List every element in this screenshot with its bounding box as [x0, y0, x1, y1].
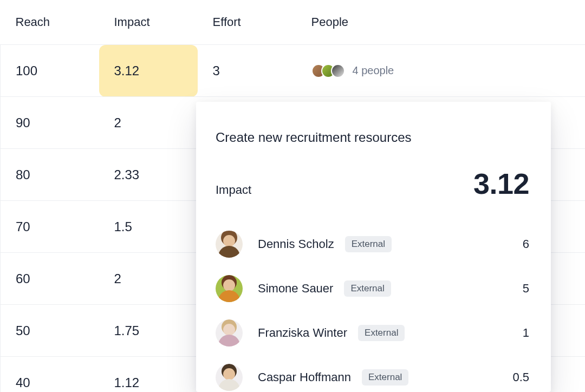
cell-reach[interactable]: 70 [1, 201, 99, 253]
cell-impact[interactable]: 3.12 [99, 45, 198, 97]
cell-reach[interactable]: 40 [1, 357, 99, 393]
people-count-label: 4 people [353, 64, 394, 77]
external-badge: External [344, 280, 391, 297]
person-score: 5 [523, 282, 529, 296]
person-row[interactable]: Franziska Winter External 1 [216, 311, 529, 355]
cell-reach[interactable]: 80 [1, 149, 99, 201]
external-badge: External [345, 236, 392, 252]
person-row[interactable]: Caspar Hoffmann External 0.5 [216, 355, 529, 392]
avatar-stack [311, 64, 345, 78]
table-row[interactable]: 100 3.12 3 4 people [1, 45, 586, 97]
column-header-impact[interactable]: Impact [99, 0, 198, 45]
cell-impact[interactable]: 1.12 [99, 357, 198, 393]
cell-impact[interactable]: 2 [99, 97, 198, 149]
person-name: Franziska Winter [258, 326, 347, 340]
external-badge: External [362, 369, 408, 386]
impact-detail-popover: Create new recruitment resources Impact … [196, 102, 551, 392]
cell-reach[interactable]: 100 [1, 45, 99, 97]
person-row[interactable]: Simone Sauer External 5 [216, 266, 529, 311]
person-name: Dennis Scholz [258, 237, 334, 251]
avatar-icon [331, 64, 345, 78]
column-header-effort[interactable]: Effort [198, 0, 296, 45]
cell-impact[interactable]: 1.75 [99, 305, 198, 357]
external-badge: External [358, 325, 405, 341]
popover-title: Create new recruitment resources [216, 130, 529, 145]
cell-effort[interactable]: 3 [198, 45, 296, 97]
cell-people[interactable]: 4 people [296, 45, 586, 97]
popover-metric: Impact 3.12 [216, 167, 529, 200]
person-name: Caspar Hoffmann [258, 370, 351, 384]
metric-label: Impact [216, 183, 251, 197]
column-header-reach[interactable]: Reach [1, 0, 99, 45]
person-score: 6 [523, 237, 529, 251]
cell-impact[interactable]: 1.5 [99, 201, 198, 253]
cell-impact[interactable]: 2.33 [99, 149, 198, 201]
person-name: Simone Sauer [258, 282, 333, 296]
table-header-row: Reach Impact Effort People [1, 0, 586, 45]
person-score: 0.5 [512, 370, 529, 384]
cell-impact[interactable]: 2 [99, 253, 198, 305]
metric-value: 3.12 [473, 167, 529, 200]
avatar-icon [216, 231, 243, 258]
avatar-icon [216, 275, 243, 302]
cell-reach[interactable]: 50 [1, 305, 99, 357]
column-header-people[interactable]: People [296, 0, 586, 45]
person-score: 1 [523, 326, 529, 340]
avatar-icon [216, 364, 243, 391]
person-row[interactable]: Dennis Scholz External 6 [216, 222, 529, 266]
cell-reach[interactable]: 60 [1, 253, 99, 305]
avatar-icon [216, 319, 243, 347]
cell-reach[interactable]: 90 [1, 97, 99, 149]
